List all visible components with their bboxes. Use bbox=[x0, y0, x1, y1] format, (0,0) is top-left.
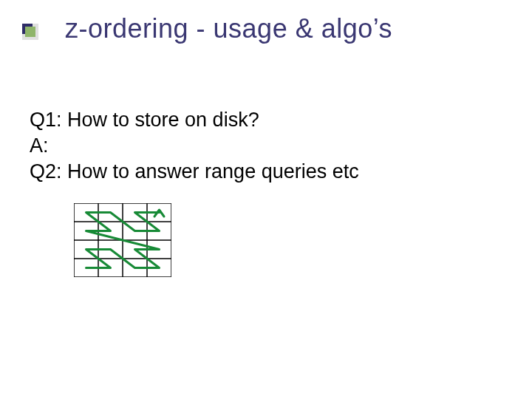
line-q1: Q1: How to store on disk? bbox=[30, 107, 359, 133]
z-order-diagram bbox=[74, 203, 171, 277]
line-a: A: bbox=[30, 133, 359, 159]
svg-rect-2 bbox=[25, 27, 35, 37]
line-q2: Q2: How to answer range queries etc bbox=[30, 159, 359, 185]
body-text: Q1: How to store on disk? A: Q2: How to … bbox=[30, 107, 359, 185]
slide-title: z-ordering - usage & algo’s bbox=[65, 13, 392, 44]
square-bullet-icon bbox=[22, 24, 38, 40]
slide: z-ordering - usage & algo’s Q1: How to s… bbox=[0, 0, 532, 399]
